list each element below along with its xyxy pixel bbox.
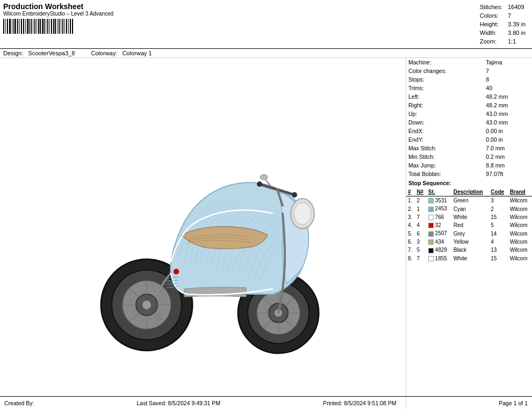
zoom-value: 1:1 xyxy=(506,38,528,45)
trims-label: Trims: xyxy=(406,84,484,92)
row-st: 2453 xyxy=(427,204,452,213)
col-brand: Brand xyxy=(508,188,532,196)
color-table: # N# St. Description Code Brand 1. 2 353… xyxy=(406,188,532,262)
left-label: Left: xyxy=(406,92,484,101)
max-jump-label: Max Jump: xyxy=(406,161,484,170)
row-st: 434 xyxy=(427,238,452,246)
stops-label: Stops: xyxy=(406,75,484,84)
row-brand: Wilcom xyxy=(508,204,532,213)
row-n: 7 xyxy=(415,213,426,221)
endx-value: 0.00 in xyxy=(484,127,532,135)
row-code: 14 xyxy=(489,229,508,237)
row-num: 7. xyxy=(406,246,415,254)
row-num: 8. xyxy=(406,254,415,262)
min-stitch-label: Min Stitch: xyxy=(406,152,484,161)
height-label: Height: xyxy=(478,20,505,28)
right-value: 48.2 mm xyxy=(484,101,532,109)
color-table-row: 6. 3 434 Yellow 4 Wilcom xyxy=(406,238,532,246)
row-st: 766 xyxy=(427,213,452,221)
scooter-area xyxy=(0,58,406,409)
row-code: 5 xyxy=(489,221,508,229)
row-desc: Green xyxy=(452,196,490,205)
stops-value: 8 xyxy=(484,75,532,84)
scooter-illustration xyxy=(63,106,343,364)
svg-point-30 xyxy=(292,192,297,198)
svg-point-29 xyxy=(257,181,262,187)
row-n: 2 xyxy=(415,196,426,205)
colors-value: 7 xyxy=(506,12,528,19)
row-desc: Cyan xyxy=(452,204,490,213)
color-swatch xyxy=(428,207,434,212)
design-label: Design: xyxy=(3,50,23,56)
up-label: Up: xyxy=(406,109,484,118)
height-value: 3.39 in xyxy=(506,20,528,28)
zoom-label: Zoom: xyxy=(478,38,505,45)
row-st: 32 xyxy=(427,221,452,229)
right-label: Right: xyxy=(406,101,484,109)
row-num: 1. xyxy=(406,196,415,205)
width-value: 3.80 in xyxy=(506,29,528,36)
colorway-label: Colorway: xyxy=(91,50,117,56)
row-num: 6. xyxy=(406,238,415,246)
down-value: 43.0 mm xyxy=(484,118,532,127)
endy-value: 0.00 in xyxy=(484,135,532,144)
color-swatch xyxy=(428,215,434,220)
machine-value: Tajima xyxy=(484,58,532,67)
color-changes-label: Color changes: xyxy=(406,67,484,75)
page-title: Production Worksheet xyxy=(3,2,113,11)
row-st: 3531 xyxy=(427,196,452,205)
color-swatch xyxy=(428,223,434,228)
row-num: 5. xyxy=(406,229,415,237)
total-bobbin-label: Total Bobbin: xyxy=(406,170,484,178)
design-value: ScooterVespa3_8 xyxy=(28,50,75,56)
endx-label: EndX: xyxy=(406,127,484,135)
row-desc: Grey xyxy=(452,229,490,237)
row-n: 4 xyxy=(415,221,426,229)
color-swatch xyxy=(428,231,434,237)
last-saved-value: 8/5/2024 9:49:31 PM xyxy=(168,400,221,406)
stitches-value: 16409 xyxy=(506,3,528,11)
max-jump-value: 8.8 mm xyxy=(484,161,532,170)
col-n: N# xyxy=(415,188,426,196)
color-table-row: 7. 5 4829 Black 13 Wilcom xyxy=(406,246,532,254)
row-code: 13 xyxy=(489,246,508,254)
row-num: 3. xyxy=(406,213,415,221)
row-code: 2 xyxy=(489,204,508,213)
endy-label: EndY: xyxy=(406,135,484,144)
color-table-row: 3. 7 766 White 15 Wilcom xyxy=(406,213,532,221)
header: Production Worksheet Wilcom EmbroiderySt… xyxy=(0,0,532,49)
col-code: Code xyxy=(489,188,508,196)
row-num: 2. xyxy=(406,204,415,213)
main-content: Machine: Tajima Color changes: 7 Stops: … xyxy=(0,58,532,409)
color-swatch xyxy=(428,248,434,253)
stats-table: Stitches: 16409 Colors: 7 Height: 3.39 i… xyxy=(477,2,529,46)
subtitle: Wilcom EmbroideryStudio – Level 3 Advanc… xyxy=(3,11,113,17)
svg-point-38 xyxy=(174,269,179,274)
color-table-row: 5. 6 2507 Grey 14 Wilcom xyxy=(406,229,532,237)
stop-sequence-label: Stop Sequence: xyxy=(406,178,532,188)
colorway-value: Colorway 1 xyxy=(122,50,152,56)
row-st: 1855 xyxy=(427,254,452,262)
stitches-label: Stitches: xyxy=(478,3,505,11)
colorway-item: Colorway: Colorway 1 xyxy=(91,50,152,56)
footer: Created By: Last Saved: 8/5/2024 9:49:31… xyxy=(0,396,532,409)
row-brand: Wilcom xyxy=(508,254,532,262)
last-saved-label: Last Saved: xyxy=(136,400,166,406)
machine-label: Machine: xyxy=(406,58,484,67)
row-st: 2507 xyxy=(427,229,452,237)
row-st: 4829 xyxy=(427,246,452,254)
color-table-row: 4. 4 32 Red 5 Wilcom xyxy=(406,221,532,229)
row-n: 6 xyxy=(415,229,426,237)
row-n: 5 xyxy=(415,246,426,254)
header-stats: Stitches: 16409 Colors: 7 Height: 3.39 i… xyxy=(477,2,529,46)
page-number: Page 1 of 1 xyxy=(499,400,528,406)
row-desc: Yellow xyxy=(452,238,490,246)
row-n: 1 xyxy=(415,204,426,213)
barcode-image xyxy=(3,19,89,34)
trims-value: 40 xyxy=(484,84,532,92)
row-desc: Red xyxy=(452,221,490,229)
col-desc: Description xyxy=(452,188,490,196)
left-value: 48.2 mm xyxy=(484,92,532,101)
last-saved: Last Saved: 8/5/2024 9:49:31 PM xyxy=(136,400,220,406)
printed-label: Printed: xyxy=(323,400,342,406)
